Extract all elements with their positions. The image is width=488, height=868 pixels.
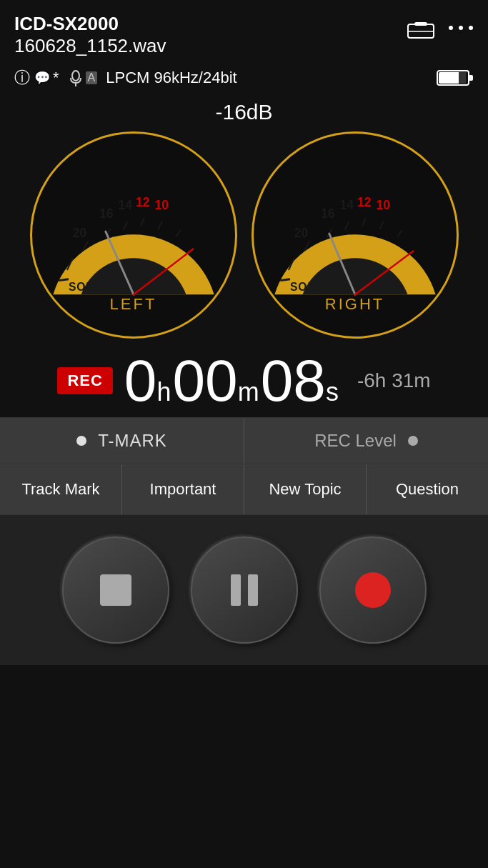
svg-point-6 <box>72 71 79 81</box>
svg-text:16: 16 <box>99 206 114 221</box>
tmark-label: T-MARK <box>98 431 167 451</box>
more-options-icon[interactable] <box>448 23 474 36</box>
info-icon: ⓘ <box>14 67 30 89</box>
mark-buttons-row: Track Mark Important New Topic Question <box>0 464 488 515</box>
pause-bar-right <box>248 574 258 606</box>
svg-text:SONY: SONY <box>68 281 102 293</box>
tmark-bar: T-MARK REC Level <box>0 417 488 464</box>
timer-seconds: 08 <box>261 351 326 410</box>
battery-icon <box>437 68 474 88</box>
svg-line-40 <box>280 279 290 281</box>
rec-level-dot <box>408 436 418 446</box>
question-button[interactable]: Question <box>367 464 488 514</box>
svg-text:10: 10 <box>376 198 390 212</box>
new-topic-button[interactable]: New Topic <box>244 464 367 514</box>
svg-text:14: 14 <box>339 198 354 212</box>
svg-text:10: 10 <box>154 198 169 212</box>
track-mark-button[interactable]: Track Mark <box>0 464 122 514</box>
timer-minutes-unit: m <box>238 377 259 407</box>
svg-line-22 <box>158 221 162 229</box>
svg-line-21 <box>140 218 144 226</box>
svg-line-38 <box>379 221 384 229</box>
header-icons <box>407 17 474 41</box>
info-icons: ⓘ 💬 * <box>14 67 59 89</box>
vu-left-label: LEFT <box>110 295 157 314</box>
format-text: LPCM 96kHz/24bit <box>106 69 236 87</box>
tmark-left-section[interactable]: T-MARK <box>0 418 244 464</box>
svg-rect-11 <box>459 72 466 84</box>
stop-button[interactable] <box>62 537 169 644</box>
header-title: ICD-SX2000 160628_1152.wav <box>14 13 166 57</box>
svg-text:20: 20 <box>294 226 308 240</box>
svg-line-36 <box>344 221 349 230</box>
svg-rect-9 <box>469 75 473 81</box>
timer-seconds-unit: s <box>326 377 339 407</box>
vu-right-label: RIGHT <box>325 295 384 314</box>
svg-point-4 <box>459 26 463 30</box>
svg-text:20: 20 <box>72 226 86 240</box>
pause-bar-left <box>231 574 241 606</box>
db-label: -16dB <box>215 100 272 124</box>
stop-icon <box>100 574 131 606</box>
vu-meter-right: 20 16 14 12 10 SONY RIGHT <box>252 131 459 339</box>
record-icon <box>355 572 391 608</box>
mic-indicator: A <box>68 69 98 87</box>
rec-badge: REC <box>57 367 112 394</box>
filename: 160628_1152.wav <box>14 35 166 57</box>
svg-text:12: 12 <box>357 195 371 209</box>
timer-minutes: 00 <box>172 351 237 410</box>
svg-text:12: 12 <box>135 195 149 209</box>
timer-hours: 0 <box>124 351 157 410</box>
pause-icon <box>231 574 258 606</box>
transport-controls <box>0 515 488 665</box>
svg-line-39 <box>397 230 402 237</box>
svg-point-3 <box>449 26 453 30</box>
rec-level-section[interactable]: REC Level <box>244 418 488 464</box>
vu-meter-left: 20 16 14 12 10 SONY <box>30 131 237 339</box>
message-icon: 💬 <box>34 70 50 86</box>
asterisk-icon: * <box>53 69 59 87</box>
timer-display: 0 h 00 m 08 s <box>124 351 340 410</box>
svg-line-23 <box>175 230 180 237</box>
rec-level-label: REC Level <box>314 431 397 451</box>
timer-hours-unit: h <box>156 377 171 407</box>
svg-line-37 <box>362 218 365 226</box>
vu-section: -16dB 20 16 14 12 10 <box>0 93 488 339</box>
meters-row: 20 16 14 12 10 SONY <box>30 131 459 339</box>
timer-section: REC 0 h 00 m 08 s -6h 31m <box>0 339 488 417</box>
svg-text:16: 16 <box>321 206 335 221</box>
svg-line-20 <box>123 221 127 230</box>
header: ICD-SX2000 160628_1152.wav <box>0 0 488 63</box>
record-button[interactable] <box>319 537 427 644</box>
svg-text:SONY: SONY <box>289 281 324 293</box>
svg-point-5 <box>469 26 473 30</box>
tmark-dot-left <box>76 436 86 446</box>
pause-button[interactable] <box>191 537 298 644</box>
important-button[interactable]: Important <box>122 464 244 514</box>
briefcase-icon[interactable] <box>407 17 435 41</box>
svg-line-24 <box>59 279 69 281</box>
mic-label: A <box>86 71 98 84</box>
svg-text:14: 14 <box>118 198 132 212</box>
timer-remaining: -6h 31m <box>357 369 431 392</box>
device-name: ICD-SX2000 <box>14 13 166 35</box>
info-bar: ⓘ 💬 * A LPCM 96kHz/24bit <box>0 63 488 93</box>
